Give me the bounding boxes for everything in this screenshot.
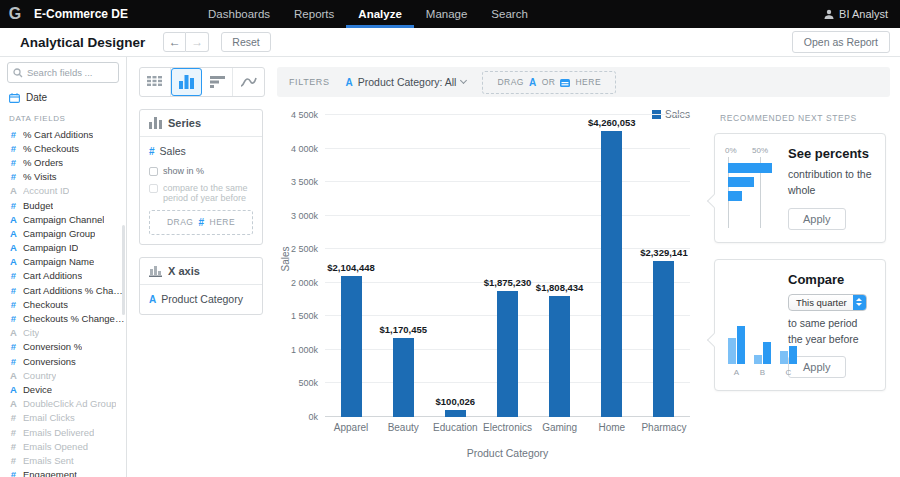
viz-type-column-chart-button[interactable] — [171, 68, 202, 96]
mini-bar — [728, 163, 772, 173]
field-label: Device — [23, 384, 52, 395]
sidebar-item-date[interactable]: Date — [0, 83, 126, 107]
mini-axis-label: 50% — [752, 146, 768, 155]
compare-mini-chart: ABC — [726, 272, 778, 379]
measure-icon: # — [9, 313, 18, 324]
field-item[interactable]: #% Checkouts — [0, 141, 126, 155]
show-in-percent-checkbox[interactable]: show in % — [149, 166, 253, 176]
field-label: City — [23, 327, 39, 338]
search-icon — [13, 68, 23, 78]
field-item[interactable]: #Checkouts — [0, 297, 126, 311]
bar-slot: $100,026 — [429, 115, 481, 417]
checkbox-label: show in % — [163, 166, 204, 176]
field-item[interactable]: #% Visits — [0, 170, 126, 184]
filter-drop-zone[interactable]: DRAG A OR HERE — [482, 71, 616, 94]
nav-item-manage[interactable]: Manage — [414, 0, 480, 28]
attribute-icon: A — [529, 77, 537, 88]
field-label: Checkouts — [23, 299, 68, 310]
checkbox-icon — [149, 184, 158, 193]
dropzone-text: HERE — [575, 77, 601, 87]
viz-type-line-chart-button[interactable] — [233, 68, 264, 96]
viz-type-bar-chart-button[interactable] — [202, 68, 233, 96]
measure-icon: # — [9, 270, 18, 281]
field-item[interactable]: #Cart Additions % Change YoY — [0, 283, 126, 297]
field-item: #Emails Opened — [0, 439, 126, 453]
redo-button[interactable]: → — [186, 32, 209, 52]
field-item[interactable]: ACampaign Name — [0, 255, 126, 269]
bar-education[interactable] — [445, 410, 466, 417]
field-item[interactable]: #Checkouts % Change YoY — [0, 311, 126, 325]
field-item[interactable]: ACampaign Channel — [0, 212, 126, 226]
sidebar-scrollbar[interactable] — [122, 225, 125, 315]
field-label: Emails Sent — [23, 455, 74, 466]
nav-item-analyze[interactable]: Analyze — [346, 0, 413, 28]
bar-pharmacy[interactable] — [653, 261, 674, 417]
field-label: Email Clicks — [23, 412, 75, 423]
attribute-icon: A — [9, 242, 18, 253]
nav-item-search[interactable]: Search — [479, 0, 539, 28]
open-as-report-button[interactable]: Open as Report — [792, 31, 890, 53]
bar-beauty[interactable] — [393, 338, 414, 417]
card-description: to same period the year before — [788, 315, 874, 348]
line-chart-icon — [240, 76, 257, 88]
mini-bar — [789, 346, 797, 364]
bar-electronics[interactable] — [497, 291, 518, 417]
field-item[interactable]: #Budget — [0, 198, 126, 212]
field-item[interactable]: ACampaign ID — [0, 241, 126, 255]
field-label: Campaign Name — [23, 256, 94, 267]
mini-group-label: C — [780, 368, 797, 377]
field-item[interactable]: #Engagement — [0, 468, 126, 477]
series-panel-title: Series — [168, 117, 201, 129]
field-item[interactable]: #Cart Additions — [0, 269, 126, 283]
series-metric-sales[interactable]: # Sales — [149, 145, 253, 157]
search-fields-box[interactable] — [7, 62, 119, 83]
measure-icon: # — [9, 412, 18, 423]
mini-bar-group: A — [728, 326, 745, 364]
bar-value-label: $2,329,141 — [640, 247, 688, 258]
date-label: Date — [26, 92, 47, 103]
workspace-name[interactable]: E-Commerce DE — [34, 0, 128, 28]
field-label: Checkouts % Change YoY — [23, 313, 126, 324]
nav-item-dashboards[interactable]: Dashboards — [196, 0, 282, 28]
y-axis-ticks: 0k500k1 000k1 500k2 000k2 500k3 000k3 50… — [289, 115, 325, 417]
bar-home[interactable] — [601, 131, 622, 417]
bar-apparel[interactable] — [341, 276, 362, 417]
series-panel: Series # Sales show in % — [139, 109, 263, 245]
nav-item-reports[interactable]: Reports — [282, 0, 346, 28]
user-menu[interactable]: BI Analyst — [824, 0, 900, 28]
measure-icon: # — [9, 441, 18, 452]
attribute-icon: A — [9, 327, 18, 338]
field-item[interactable]: ACampaign Group — [0, 226, 126, 240]
y-tick-label: 1 500k — [291, 311, 318, 321]
product-category-filter[interactable]: A Product Category: All — [346, 76, 467, 88]
attribute-label: Product Category — [161, 293, 243, 305]
field-list: #% Cart Additions#% Checkouts#% Orders#%… — [0, 127, 126, 477]
x-axis-attribute[interactable]: A Product Category — [149, 293, 253, 305]
undo-button[interactable]: ← — [163, 32, 186, 52]
field-item[interactable]: #% Orders — [0, 155, 126, 169]
bar-slot: $4,260,053 — [586, 115, 638, 417]
field-item[interactable]: #% Cart Additions — [0, 127, 126, 141]
field-item: AAccount ID — [0, 184, 126, 198]
field-item: #Emails Delivered — [0, 425, 126, 439]
x-category-label: Electronics — [481, 422, 533, 433]
field-item[interactable]: #Conversions — [0, 354, 126, 368]
history-controls: ← → — [163, 32, 209, 52]
y-tick-label: 2 500k — [291, 244, 318, 254]
x-category-label: Pharmacy — [638, 422, 690, 433]
gooddata-logo-icon[interactable]: G — [0, 0, 30, 28]
reset-button[interactable]: Reset — [221, 32, 270, 52]
period-select[interactable]: This quarter — [788, 294, 867, 311]
field-item[interactable]: ADevice — [0, 382, 126, 396]
card-tail — [707, 333, 721, 347]
field-item[interactable]: #Conversion % — [0, 340, 126, 354]
series-drop-zone[interactable]: DRAG # HERE — [149, 210, 253, 235]
apply-see-percents-button[interactable]: Apply — [788, 208, 846, 230]
search-fields-input[interactable] — [27, 67, 107, 78]
viz-type-table-button[interactable] — [140, 68, 171, 96]
recommendation-compare: ABC Compare This quarter to same period … — [714, 259, 886, 392]
measure-icon: # — [9, 171, 18, 182]
measure-icon: # — [149, 146, 155, 157]
bar-gaming[interactable] — [549, 296, 570, 417]
bar-slot: $1,875,230 — [481, 115, 533, 417]
